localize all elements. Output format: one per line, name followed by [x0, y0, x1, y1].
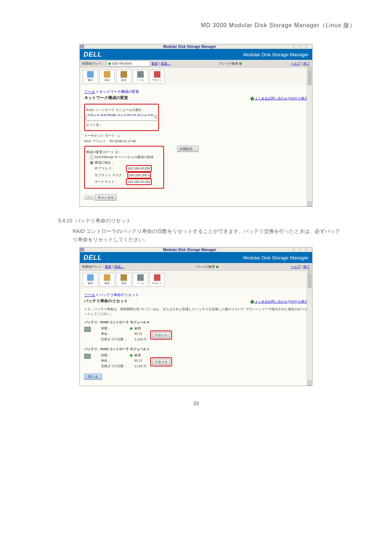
config-button[interactable]: 構成: [99, 273, 115, 287]
dell-logo: DELL: [80, 254, 243, 262]
config-icon: [104, 274, 110, 281]
window-titlebar: Modular Disk Storage Manager: [80, 44, 312, 49]
breadcrumb-tool[interactable]: ツール: [84, 90, 95, 94]
tools-button[interactable]: ツール: [133, 273, 148, 287]
tools-icon: [137, 274, 144, 281]
raid-select-label: RAID コントローラ モジュールの選択：: [86, 107, 157, 112]
battery0-heading: バッテリ：RAID コントローラ モジュール 0: [84, 320, 308, 325]
chevron-down-icon: ▾: [155, 115, 156, 120]
screenshot-network-config: Modular Disk Storage Manager DELL Modula…: [79, 44, 313, 207]
exit-link[interactable]: 終了: [303, 264, 310, 269]
scrollbar[interactable]: [307, 270, 312, 386]
support-button[interactable]: サポート: [150, 70, 165, 83]
status-label: 状態：: [101, 353, 130, 358]
tools-button[interactable]: ツール: [133, 70, 148, 83]
highlight-reset-0: リセット: [150, 331, 172, 340]
control-bar: 初期値アレイ： SSE-MD3000 更新 | 新規… アレイが最適 ヘルプ |…: [80, 60, 312, 67]
ip-label: IP アドレス：: [95, 166, 124, 171]
battery1-heading: バッテリ：RAID コントローラ モジュール 1: [84, 347, 308, 352]
separator: |: [159, 62, 160, 65]
scroll-thumb[interactable]: [308, 72, 311, 85]
perf-link[interactable]: 更新: [105, 264, 111, 269]
dhcp-radio[interactable]: [90, 155, 94, 159]
help-icon: ?: [250, 300, 254, 304]
reset-button-0[interactable]: リセット: [152, 332, 170, 338]
product-name: Modular Disk Storage Manager: [243, 255, 312, 260]
status-ok-icon: [130, 327, 132, 330]
new-link[interactable]: 新規…: [161, 61, 171, 66]
scroll-down-icon[interactable]: [308, 201, 311, 206]
help-link[interactable]: ヘルプ: [291, 61, 301, 66]
window-titlebar: Modular Disk Storage Manager: [80, 247, 312, 252]
portcfg-heading: 構成の変更 (ポート 1)：: [86, 149, 162, 155]
array-label: 初期値アレイ：: [82, 61, 105, 66]
scroll-down-icon[interactable]: [308, 381, 311, 386]
highlight-port-config: 構成の変更 (ポート 1)： DHCP/Bootp サーバーからの構成の取得 構…: [84, 146, 164, 189]
summary-icon: [87, 71, 94, 78]
mac-label: MAC アドレス：: [84, 139, 109, 143]
subnet-value: 255.255.255.0: [127, 172, 151, 178]
min-icon[interactable]: [294, 248, 300, 251]
cancel-button[interactable]: キャンセル: [95, 194, 117, 201]
life-label: 寿命：: [101, 332, 130, 336]
breadcrumb-current: ネットワーク構成の変更: [99, 90, 139, 94]
icon-toolbar: 概要 構成 変更 ツール サポート: [80, 67, 312, 86]
max-icon[interactable]: [300, 248, 306, 251]
perf-link[interactable]: 更新: [151, 61, 158, 66]
help-link[interactable]: ヘルプ: [291, 264, 301, 269]
separator: |: [113, 265, 113, 268]
app-icon: [80, 45, 84, 48]
summary-button[interactable]: 概要: [83, 70, 98, 83]
array-label: 初期値アレイ：: [82, 264, 105, 269]
separator: |: [302, 265, 302, 268]
section-body: RAID コントローラのバッテリ寿命の日数をリセットすることができます。バッテリ…: [73, 227, 341, 243]
highlight-reset-1: リセット: [150, 357, 172, 366]
breadcrumb-current: バッテリ寿命のリセット: [99, 293, 139, 297]
dhcp-option: DHCP/Bootp サーバーからの構成の取得: [95, 155, 154, 159]
subnet-label: サブネット マスク：: [95, 173, 125, 178]
reset-button-1[interactable]: リセット: [152, 359, 170, 365]
max-icon[interactable]: [300, 45, 306, 48]
modify-button[interactable]: 変更: [116, 273, 131, 287]
new-link[interactable]: 新規…: [114, 264, 124, 269]
gateway-value: 192.168.40.254: [126, 178, 152, 185]
raid-module-select[interactable]: スロット 0 の RAID コントローラ モジュール ／ ▾: [86, 115, 157, 121]
main-content: ツール > ネットワーク構成の変更 ネットワーク構成の変更 ?よくあるお問い合わ…: [80, 86, 312, 206]
exchange-label: 交換までの日数：: [101, 364, 130, 369]
config-button[interactable]: 構成: [99, 70, 115, 83]
array-name: SSE-MD3000: [112, 62, 132, 65]
highlight-raid-select: RAID コントローラ モジュールの選択： スロット 0 の RAID コントロ…: [84, 104, 159, 131]
scroll-up-icon[interactable]: [308, 270, 311, 275]
status-value: 最適: [134, 326, 149, 331]
min-icon[interactable]: [294, 45, 300, 48]
status-label: 状態：: [101, 326, 130, 331]
screenshot-battery-reset: Modular Disk Storage Manager DELL Modula…: [79, 247, 313, 386]
manual-option: 構成の指定：: [95, 161, 114, 164]
scroll-thumb[interactable]: [308, 275, 311, 288]
scroll-up-icon[interactable]: [308, 67, 311, 72]
separator: |: [302, 62, 302, 65]
advanced-button[interactable]: 詳細設定…: [177, 146, 199, 152]
scrollbar[interactable]: [307, 67, 312, 206]
life-value: 53 日: [134, 332, 149, 336]
optimal-icon: [239, 62, 242, 65]
support-button[interactable]: サポート: [150, 273, 165, 287]
config-icon: [104, 71, 110, 78]
status-dot-icon: [108, 62, 111, 65]
close-button[interactable]: 閉じる: [84, 374, 102, 380]
ip-value: 192.168.40.200: [126, 165, 152, 172]
exit-link[interactable]: 終了: [303, 61, 310, 66]
mac-value: 00:18:8b:4c:17:96: [110, 139, 136, 143]
life-label: 寿命：: [101, 358, 130, 363]
support-icon: [154, 71, 160, 78]
brand-bar: DELL Modular Disk Storage Manager: [80, 49, 312, 60]
product-name: Modular Disk Storage Manager: [243, 52, 312, 57]
window-title: Modular Disk Storage Manager: [86, 45, 294, 49]
array-select[interactable]: SSE-MD3000: [106, 61, 150, 66]
breadcrumb-tool[interactable]: ツール: [84, 293, 95, 297]
close-icon[interactable]: [306, 248, 312, 251]
summary-button[interactable]: 概要: [83, 273, 98, 287]
manual-radio[interactable]: [90, 161, 94, 165]
close-icon[interactable]: [306, 45, 312, 48]
modify-button[interactable]: 変更: [116, 70, 131, 83]
